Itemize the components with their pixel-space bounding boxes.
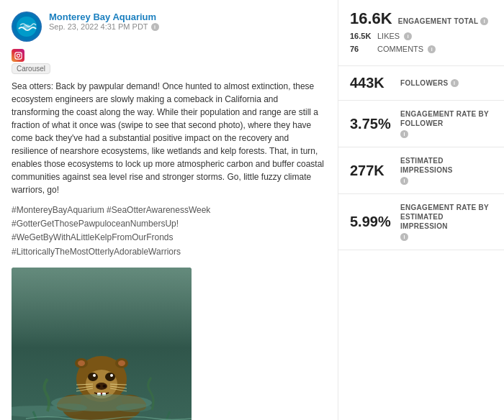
- right-panel: 16.6K ENGAGEMENT TOTAL i 16.5K LIKES i 7…: [338, 0, 504, 420]
- left-panel: Monterey Bay Aquarium Sep. 23, 2022 4:31…: [0, 0, 338, 420]
- svg-point-16: [78, 360, 85, 366]
- engagement-total-header: 16.6K ENGAGEMENT TOTAL i: [350, 10, 492, 27]
- svg-point-37: [116, 403, 152, 412]
- post-body-text: Sea otters: Back by pawpular demand! Onc…: [12, 80, 326, 196]
- svg-point-2: [23, 24, 30, 29]
- post-image: [12, 268, 192, 420]
- comments-row: 76 COMMENTS i: [350, 43, 492, 56]
- engagement-rate-follower-value: 3.75%: [350, 116, 393, 132]
- svg-point-20: [93, 374, 96, 377]
- svg-point-18: [88, 373, 98, 381]
- post-date: Sep. 23, 2022 4:31 PM PDT i: [49, 22, 159, 31]
- account-name[interactable]: Monterey Bay Aquarium: [49, 12, 159, 22]
- followers-block: 443K FOLLOWERS i: [338, 66, 504, 101]
- likes-value: 16.5K: [350, 30, 373, 43]
- engagement-rate-follower-label: ENGAGEMENT RATE BY FOLLOWER i: [400, 109, 492, 138]
- engagement-rate-follower-info-icon[interactable]: i: [400, 130, 408, 138]
- engagement-total-label: ENGAGEMENT TOTAL i: [398, 17, 489, 25]
- comments-info-icon[interactable]: i: [428, 45, 436, 53]
- platform-badges: Carousel: [12, 49, 326, 74]
- hashtags-text: #MontereyBayAquarium #SeaOtterAwarenessW…: [12, 204, 326, 259]
- likes-row: 16.5K LIKES i: [350, 30, 492, 43]
- svg-point-24: [103, 385, 107, 388]
- svg-point-23: [97, 385, 101, 388]
- engagement-rate-follower-block: 3.75% ENGAGEMENT RATE BY FOLLOWER i: [338, 101, 504, 147]
- estimated-impressions-value: 277K: [350, 163, 393, 179]
- followers-label: FOLLOWERS i: [400, 78, 459, 88]
- svg-point-36: [51, 403, 87, 412]
- engagement-total-info-icon[interactable]: i: [480, 17, 488, 25]
- svg-point-5: [19, 53, 20, 54]
- svg-rect-3: [14, 52, 21, 58]
- likes-info-icon[interactable]: i: [404, 32, 412, 40]
- estimated-impressions-block: 277K ESTIMATED IMPRESSIONS i: [338, 147, 504, 194]
- engagement-total-value: 16.6K: [350, 10, 392, 27]
- engagement-rate-impression-block: 5.99% ENGAGEMENT RATE BY ESTIMATED IMPRE…: [338, 194, 504, 250]
- instagram-badge: [12, 49, 24, 62]
- followers-info-icon[interactable]: i: [451, 79, 459, 87]
- engagement-total-block: 16.6K ENGAGEMENT TOTAL i 16.5K LIKES i 7…: [338, 0, 504, 66]
- svg-point-4: [17, 54, 19, 57]
- engagement-sub-rows: 16.5K LIKES i 76 COMMENTS i: [350, 30, 492, 55]
- likes-label: LIKES: [377, 30, 400, 43]
- engagement-rate-impression-label: ENGAGEMENT RATE BY ESTIMATED IMPRESSION …: [400, 203, 492, 241]
- svg-point-19: [105, 373, 115, 381]
- comments-value: 76: [350, 43, 373, 56]
- engagement-rate-impression-value: 5.99%: [350, 214, 393, 230]
- engagement-rate-impression-info-icon[interactable]: i: [400, 233, 408, 241]
- svg-point-17: [118, 360, 125, 366]
- estimated-impressions-label: ESTIMATED IMPRESSIONS i: [400, 156, 492, 185]
- avatar: [12, 12, 42, 42]
- post-meta: Monterey Bay Aquarium Sep. 23, 2022 4:31…: [49, 12, 159, 31]
- followers-value: 443K: [350, 75, 393, 91]
- instagram-icon: [12, 49, 24, 62]
- date-info-icon[interactable]: i: [151, 23, 159, 31]
- estimated-impressions-info-icon[interactable]: i: [400, 177, 408, 185]
- svg-point-21: [110, 374, 113, 377]
- carousel-badge: Carousel: [12, 63, 50, 74]
- comments-label: COMMENTS: [377, 43, 423, 56]
- post-header: Monterey Bay Aquarium Sep. 23, 2022 4:31…: [12, 12, 326, 42]
- image-placeholder: [12, 268, 192, 420]
